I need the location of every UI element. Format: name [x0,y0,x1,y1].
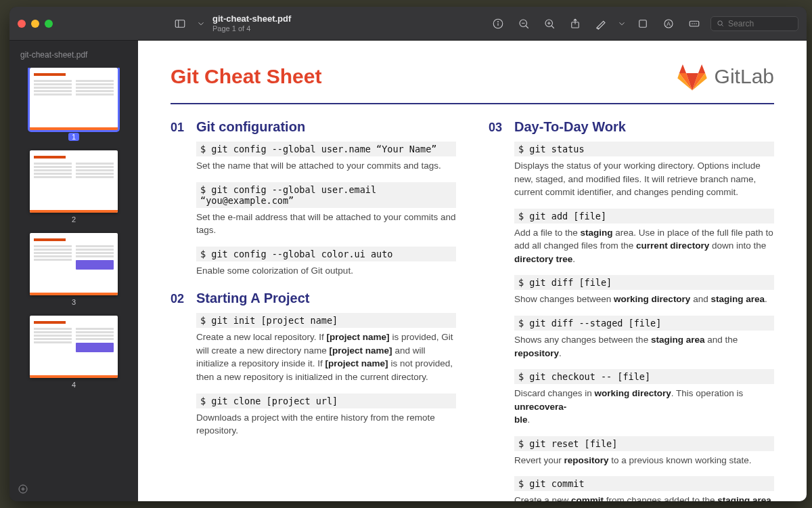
brand: GitLab [677,61,774,92]
command-item: $ git add [file]Add a file to the stagin… [514,209,774,266]
maximize-window-button[interactable] [45,20,53,28]
search-field[interactable] [710,16,798,31]
toolbar: git-cheat-sheet.pdf Page 1 of 4 A [9,7,807,41]
section-02: 02Starting A Project$ git init [project … [171,291,456,437]
command-description: Set the e-mail address that will be atta… [196,211,456,237]
command-code: $ git init [project name] [196,313,456,328]
share-button[interactable] [566,14,585,33]
thumbnail-page-2[interactable]: 2 [30,150,118,224]
gitlab-logo-icon [677,61,708,92]
rotate-button[interactable] [633,14,652,33]
command-item: $ git diff --staged [file]Shows any chan… [514,316,774,360]
command-code: $ git diff [file] [514,275,774,290]
app-window: git-cheat-sheet.pdf Page 1 of 4 A [9,7,807,501]
left-column: 01Git configuration$ git config --global… [171,119,456,501]
command-item: $ git config --global color.ui autoEnabl… [196,247,456,278]
page-1: Git Cheat Sheet GitLab [138,41,807,501]
command-item: $ git statusDisplays the status of your … [514,142,774,199]
command-item: $ git clone [project url]Downloads a pro… [196,394,456,438]
command-code: $ git checkout -- [file] [514,369,774,384]
section-number: 01 [171,121,188,135]
svg-line-25 [721,24,723,26]
svg-line-6 [526,26,528,28]
thumbnail-label: 3 [72,298,76,306]
add-page-button[interactable] [16,482,30,496]
command-code: $ git config --global user.name “Your Na… [196,142,456,156]
markup-dropdown[interactable] [617,14,627,33]
command-code: $ git clone [project url] [196,394,456,408]
command-description: Create a new commit from changes added t… [514,494,774,501]
thumbnail-label: 4 [72,381,76,389]
svg-rect-17 [641,18,648,26]
document-viewport[interactable]: Git Cheat Sheet GitLab [138,41,807,501]
section-03: 03Day-To-Day Work$ git statusDisplays th… [489,119,774,501]
form-fill-button[interactable] [685,14,704,33]
section-number: 03 [489,121,506,135]
svg-line-9 [551,26,554,28]
command-description: Show changes between working directory a… [514,293,774,306]
command-code: $ git commit [514,476,774,491]
svg-rect-16 [639,20,647,27]
command-description: Enable some colorization of Git output. [196,264,456,278]
command-code: $ git config --global color.ui auto [196,247,456,261]
section-title: Git configuration [196,119,305,135]
minimize-window-button[interactable] [31,20,39,28]
command-item: $ git diff [file]Show changes between wo… [514,275,774,306]
thumbnail-page-1[interactable]: 1 [30,68,118,141]
thumbnail-sidebar: git-cheat-sheet.pdf 1234 [9,41,138,501]
command-item: $ git reset [file]Revert your repository… [514,436,774,467]
command-description: Discard changes in working directory. Th… [514,387,774,427]
svg-point-23 [696,23,697,24]
command-description: Revert your repository to a previous kno… [514,454,774,467]
right-column: 03Day-To-Day Work$ git statusDisplays th… [489,119,774,501]
thumbnail-label: 1 [68,133,79,141]
thumbnail-page-3[interactable]: 3 [30,233,118,306]
zoom-in-button[interactable] [540,14,559,33]
page-header: Git Cheat Sheet GitLab [171,61,774,104]
svg-point-4 [498,21,499,22]
document-title-block: git-cheat-sheet.pdf Page 1 of 4 [212,14,291,33]
markup-button[interactable] [591,14,610,33]
thumbnail-page-4[interactable]: 4 [30,316,118,389]
command-code: $ git config --global user.email “you@ex… [196,182,456,208]
command-code: $ git add [file] [514,209,774,224]
command-description: Downloads a project with the entire hist… [196,411,456,438]
thumbnail-list: 1234 [18,68,130,389]
brand-name: GitLab [715,65,774,88]
view-mode-dropdown[interactable] [196,14,206,33]
main-body: git-cheat-sheet.pdf 1234 Git Cheat Sheet [9,41,807,501]
command-description: Create a new local repository. If [proje… [196,331,456,383]
command-item: $ git config --global user.email “you@ex… [196,182,456,237]
command-description: Set the name that will be attached to yo… [196,159,456,173]
svg-text:A: A [667,21,671,27]
command-item: $ git checkout -- [file]Discard changes … [514,369,774,427]
search-icon [717,19,724,28]
svg-rect-0 [175,20,185,27]
section-title: Day-To-Day Work [514,119,626,135]
section-title: Starting A Project [196,291,309,306]
command-description: Shows any changes between the staging ar… [514,333,774,360]
highlight-button[interactable]: A [659,14,678,33]
command-description: Add a file to the staging area. Use in p… [514,226,774,266]
section-number: 02 [171,292,188,306]
window-controls [18,20,53,28]
command-code: $ git diff --staged [file] [514,316,774,331]
thumbnail-label: 2 [72,215,76,224]
content-columns: 01Git configuration$ git config --global… [171,119,774,501]
zoom-out-button[interactable] [514,14,533,33]
sidebar-filename: git-cheat-sheet.pdf [18,50,130,61]
search-input[interactable] [728,19,792,28]
page-title: Git Cheat Sheet [171,65,321,88]
command-item: $ git init [project name]Create a new lo… [196,313,456,383]
page-indicator: Page 1 of 4 [212,24,291,33]
svg-point-21 [692,23,693,24]
command-code: $ git status [514,142,774,156]
command-item: $ git config --global user.name “Your Na… [196,142,456,173]
close-window-button[interactable] [18,20,26,28]
document-filename: git-cheat-sheet.pdf [212,14,291,24]
svg-point-22 [694,23,695,24]
command-code: $ git reset [file] [514,436,774,451]
sidebar-toggle-button[interactable] [171,14,189,33]
section-01: 01Git configuration$ git config --global… [171,119,456,277]
info-button[interactable] [489,14,508,33]
